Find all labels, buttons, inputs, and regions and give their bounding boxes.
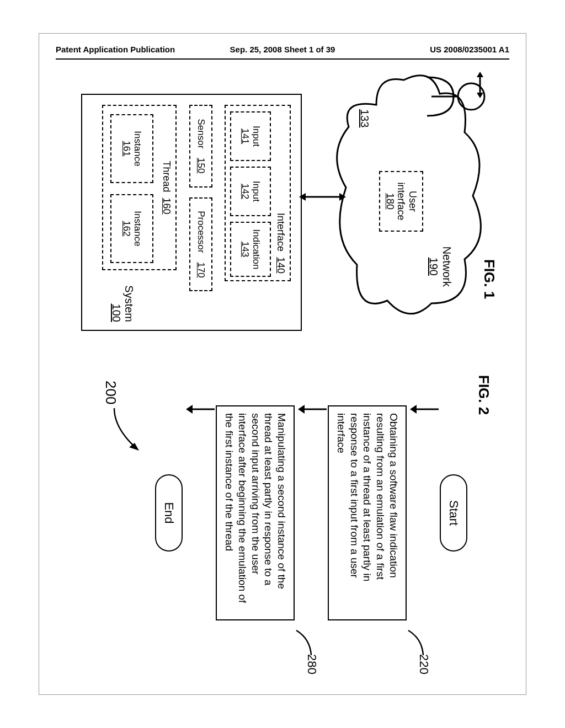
interface-box: Interface 140 Input 141 Input 142 Indica… [225,105,291,281]
interface-text: Interface [275,213,286,251]
instance-161-label: Instance [132,115,143,182]
indication-143-box: Indication 143 [230,222,271,277]
input-142-label: Input [250,168,262,215]
instance-161-box: Instance 161 [110,114,153,183]
thread-text: Thread [161,160,172,192]
patent-page: Patent Application Publication Sep. 25, … [39,33,526,695]
svg-marker-8 [410,405,417,414]
sensor-label: Sensor [195,119,206,149]
arrow-down-icon [298,403,327,416]
sensor-box: Sensor 150 [189,105,212,188]
processor-refnum: 170 [195,262,206,277]
callout-280-num: 280 [305,654,319,675]
thread-box: Thread 160 Instance 161 Instance 162 [102,105,177,270]
svg-marker-2 [477,72,483,77]
header-rule [56,58,509,60]
user-refnum: 133 [358,109,371,127]
indication-143-label: Indication [250,223,262,276]
network-refnum: 190 [428,258,440,276]
svg-marker-5 [339,193,346,201]
flow-start: Start [440,474,467,552]
system-text: System [123,285,135,322]
network-cloud: Network 190 133 User interface 180 [332,72,487,320]
thread-title: Thread 160 [161,106,172,269]
flow-step-280: Manipulating a second instance of the th… [216,405,295,620]
network-text: Network [441,247,453,287]
ui-line1: User [407,172,418,231]
input-142-box: Input 142 [230,167,271,216]
arrow-down-icon [410,403,439,416]
double-arrow-icon [473,72,487,98]
svg-marker-12 [186,405,193,414]
double-arrow-vertical-icon [299,190,346,204]
header-sheet: Sep. 25, 2008 Sheet 1 of 39 [56,45,509,54]
interface-title: Interface 140 [275,213,286,274]
instance-162-box: Instance 162 [110,194,153,263]
input-141-refnum: 141 [239,113,250,160]
flow-refnum-200-text: 200 [103,381,119,404]
thread-refnum: 160 [161,198,172,215]
ui-line2: interface [396,172,407,231]
page-header: Patent Application Publication Sep. 25, … [56,45,509,54]
arrow-down-icon [186,403,215,416]
system-box: System 100 Interface 140 Input 141 Input… [81,94,302,331]
drawing-stage: FIG. 1 Network 190 133 [67,72,498,656]
callout-220-num: 220 [417,654,431,675]
network-label: Network 190 [427,247,454,287]
processor-label: Processor [195,211,206,253]
processor-box: Processor 170 [189,197,212,291]
flow-refnum-200: 200 [105,381,122,404]
flow-end: End [156,474,183,552]
indication-143-refnum: 143 [239,223,250,276]
flowchart: Start 220 Obtaining a software flaw indi… [156,403,468,623]
user-interface-box: User interface 180 [379,171,423,232]
input-141-box: Input 141 [230,111,271,161]
figure-2-label: FIG. 2 [475,375,492,415]
input-142-refnum: 142 [239,168,250,215]
system-label: System 100 [110,285,135,322]
leader-arrow-icon [109,405,139,455]
sensor-refnum: 150 [195,158,206,173]
input-141-label: Input [250,113,262,160]
system-refnum: 100 [110,304,122,322]
interface-refnum: 140 [275,257,286,274]
svg-marker-3 [477,93,483,98]
svg-marker-10 [298,405,305,414]
instance-161-refnum: 161 [121,115,132,182]
ui-refnum: 180 [384,172,396,231]
svg-marker-13 [129,443,139,451]
flow-step-220: Obtaining a software flaw indication res… [328,405,407,620]
instance-162-refnum: 162 [121,195,132,262]
instance-162-label: Instance [132,195,143,262]
